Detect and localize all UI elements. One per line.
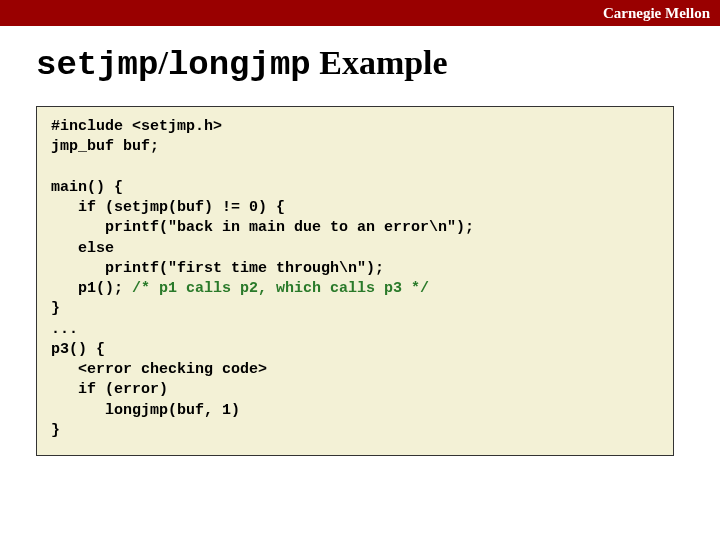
code-line: #include <setjmp.h> xyxy=(51,118,222,135)
slide-content: setjmp/longjmp Example #include <setjmp.… xyxy=(0,26,720,456)
code-line: if (error) xyxy=(51,381,168,398)
code-listing: #include <setjmp.h> jmp_buf buf; main() … xyxy=(51,117,659,441)
code-line: if (setjmp(buf) != 0) { xyxy=(51,199,285,216)
code-comment: /* p1 calls p2, which calls p3 */ xyxy=(132,280,429,297)
code-line: longjmp(buf, 1) xyxy=(51,402,240,419)
code-line: main() { xyxy=(51,179,123,196)
code-line: <error checking code> xyxy=(51,361,267,378)
code-box: #include <setjmp.h> jmp_buf buf; main() … xyxy=(36,106,674,456)
title-rest: Example xyxy=(311,44,448,81)
slide-title: setjmp/longjmp Example xyxy=(36,44,684,84)
code-line: ... xyxy=(51,321,78,338)
code-line: printf("first time through\n"); xyxy=(51,260,384,277)
code-line: } xyxy=(51,422,60,439)
title-code-2: longjmp xyxy=(168,46,311,84)
code-line: jmp_buf buf; xyxy=(51,138,159,155)
code-line: p3() { xyxy=(51,341,105,358)
title-sep: / xyxy=(158,44,167,81)
code-line: p1(); xyxy=(51,280,132,297)
code-line: } xyxy=(51,300,60,317)
title-code-1: setjmp xyxy=(36,46,158,84)
brand-label: Carnegie Mellon xyxy=(603,5,710,22)
code-line: printf("back in main due to an error\n")… xyxy=(51,219,474,236)
header-bar: Carnegie Mellon xyxy=(0,0,720,26)
code-line: else xyxy=(51,240,114,257)
